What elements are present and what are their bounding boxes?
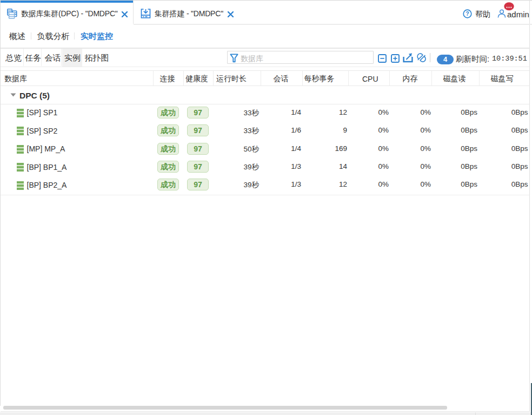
svg-text:?: ? (466, 10, 469, 17)
